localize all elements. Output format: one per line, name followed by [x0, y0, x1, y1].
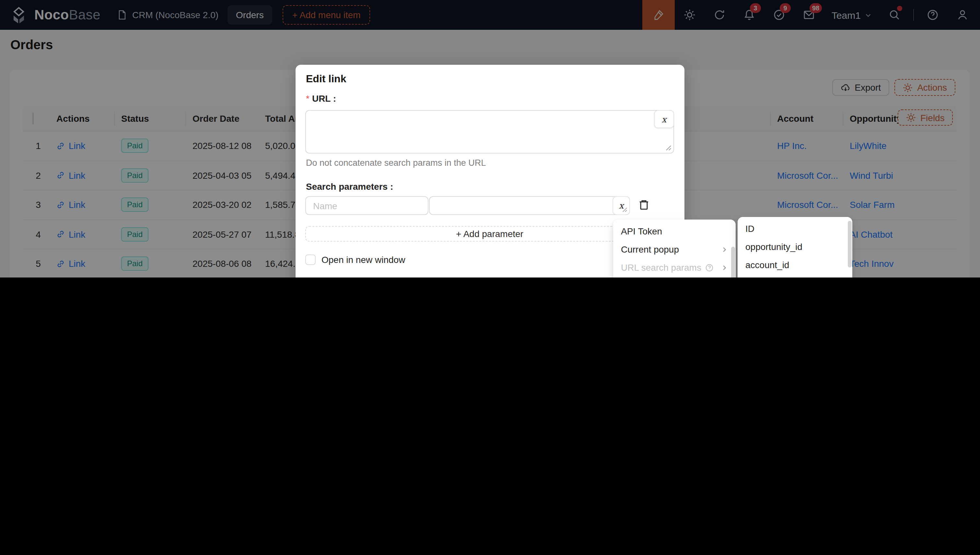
variable-x-glyph: x [662, 114, 666, 124]
search-parameters-label: Search parameters : [306, 181, 393, 192]
menu-scrollbar[interactable] [731, 247, 735, 278]
delete-parameter-button[interactable] [638, 199, 650, 211]
app-root: NocoBase CRM (NocoBase 2.0) Orders + Add… [0, 0, 980, 278]
open-new-window-field: Open in new window [305, 255, 405, 265]
submenu-item-opportunity-id[interactable]: opportunity_id [740, 238, 850, 256]
menu-item-current-device-type[interactable]: Current device type [616, 276, 733, 278]
add-parameter-label: + Add parameter [456, 229, 523, 239]
submenu-item-id[interactable]: ID [740, 220, 850, 238]
menu-item-label: opportunity_id [745, 242, 802, 252]
submenu-item-account-id[interactable]: account_id [740, 256, 850, 274]
open-new-window-checkbox[interactable] [305, 255, 315, 265]
required-mark: * [306, 93, 309, 104]
menu-item-label: account_id [745, 260, 789, 270]
param-name-input[interactable] [305, 196, 428, 215]
trash-icon [638, 199, 650, 211]
menu-item-label: API Token [621, 226, 662, 236]
url-label: *URL : [306, 93, 336, 104]
menu-item-api-token[interactable]: API Token [616, 222, 733, 240]
variable-menu: API Token Current popup URL search param… [613, 220, 735, 278]
question-circle-icon [705, 263, 714, 272]
menu-item-current-popup[interactable]: Current popup [616, 240, 733, 258]
open-new-window-label: Open in new window [322, 255, 405, 265]
resize-grip-icon[interactable] [666, 145, 671, 151]
submenu-item-owner-id[interactable]: owner_id [740, 274, 850, 278]
url-variable-button[interactable]: x [654, 110, 674, 128]
modal-title: Edit link [306, 73, 346, 85]
menu-item-label: URL search params [621, 262, 701, 273]
url-help-text: Do not concatenate search params in the … [306, 158, 486, 168]
menu-item-label: Current popup [621, 244, 679, 255]
submenu-scrollbar[interactable] [848, 221, 852, 268]
param-variable-button[interactable]: x [613, 196, 630, 215]
menu-item-url-search-params[interactable]: URL search params [616, 258, 733, 276]
param-value-input[interactable]: x [429, 196, 630, 215]
current-record-submenu: ID opportunity_id account_id owner_id qu… [738, 217, 852, 278]
chevron-right-icon [721, 264, 728, 271]
resize-grip-icon [622, 207, 628, 212]
menu-item-label: ID [745, 223, 755, 234]
chevron-right-icon [721, 246, 728, 253]
url-textarea[interactable]: x [305, 110, 674, 154]
